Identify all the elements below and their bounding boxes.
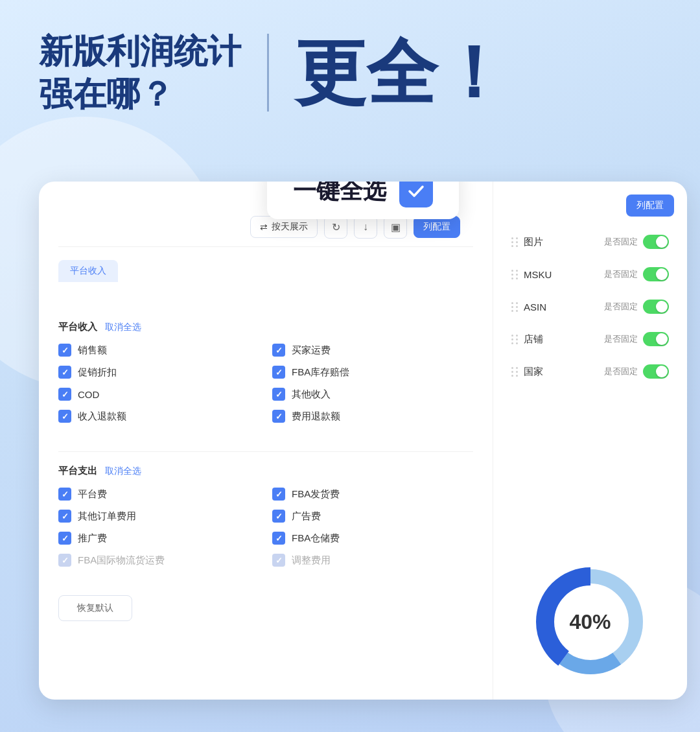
download-icon: ↓ [363, 221, 368, 233]
cb-other-income: ✓ 其他收入 [272, 388, 473, 401]
income-deselect-all[interactable]: 取消全选 [105, 322, 141, 333]
cb-platform-fee: ✓ 平台费 [58, 488, 259, 501]
check-icon: ✓ [62, 390, 69, 399]
cb-box-other-income[interactable]: ✓ [272, 388, 285, 401]
col-config-btn[interactable]: 列配置 [414, 216, 460, 238]
config-rows: 图片 是否固定 MSKU 是否固定 [506, 227, 674, 386]
check-icon: ✓ [62, 512, 69, 521]
cb-fee-refund: ✓ 费用退款额 [272, 410, 473, 423]
header-area: 新版利润统计 强在哪？ 更全！ [39, 31, 661, 115]
config-label-country: 国家 [524, 366, 599, 378]
cb-label-promo-fee: 推广费 [78, 532, 107, 545]
col-config-panel-btn[interactable]: 列配置 [626, 195, 674, 217]
config-label-asin: ASIN [524, 301, 599, 313]
toggle-picture[interactable] [643, 235, 669, 249]
drag-handle-msku[interactable] [511, 270, 519, 279]
cb-box-fee-refund[interactable]: ✓ [272, 410, 285, 423]
config-row-store: 店铺 是否固定 [506, 324, 674, 354]
expense-section: 平台支出 取消全选 ✓ 平台费 ✓ FBA发货费 ✓ [58, 465, 473, 567]
cb-box-other-order-fee[interactable]: ✓ [58, 510, 71, 523]
col-config-header: 列配置 [506, 195, 674, 217]
expense-section-header: 平台支出 取消全选 [58, 465, 473, 477]
cb-box-platform-fee[interactable]: ✓ [58, 488, 71, 501]
check-icon: ✓ [275, 346, 283, 355]
cb-label-cod: COD [78, 389, 99, 400]
layout-icon: ▣ [391, 221, 401, 233]
check-icon: ✓ [62, 346, 69, 355]
config-row-picture: 图片 是否固定 [506, 227, 674, 257]
check-icon: ✓ [275, 368, 283, 377]
cb-box-promo-fee[interactable]: ✓ [58, 532, 71, 545]
header-main-title: 更全！ [295, 37, 509, 108]
check-icon: ✓ [62, 490, 69, 499]
tab-platform-income[interactable]: 平台收入 [58, 260, 118, 282]
toggle-msku[interactable] [643, 267, 669, 281]
cb-box-income-refund[interactable]: ✓ [58, 410, 71, 423]
cb-box-ad-fee[interactable]: ✓ [272, 510, 285, 523]
income-checkbox-grid: ✓ 销售额 ✓ 买家运费 ✓ 促销折扣 ✓ FB [58, 344, 473, 423]
cb-box-fba-storage[interactable]: ✓ [272, 532, 285, 545]
cb-label-fba-ship: FBA发货费 [292, 488, 340, 501]
tab-row: 平台收入 [58, 260, 473, 282]
cb-label-buyer-shipping: 买家运费 [292, 344, 331, 357]
switch-icon: ⇄ [260, 222, 268, 232]
cb-fba-comp: ✓ FBA库存赔偿 [272, 366, 473, 379]
drag-handle-picture[interactable] [511, 237, 519, 247]
check-icon: ✓ [62, 412, 69, 421]
cb-box-fba-comp[interactable]: ✓ [272, 366, 285, 379]
toggle-country[interactable] [643, 364, 669, 379]
check-icon: ✓ [275, 412, 283, 421]
day-view-btn[interactable]: ⇄ 按天展示 [250, 216, 318, 238]
reset-btn-wrapper: 恢复默认 [58, 582, 473, 621]
select-all-text: 一键全选 [293, 182, 386, 207]
donut-percentage: 40% [569, 610, 611, 634]
cb-label-fee-refund: 费用退款额 [292, 410, 340, 423]
main-card: 一键全选 ⇄ 按天展示 ↻ ↓ ▣ [39, 182, 687, 700]
cb-label-fba-storage: FBA仓储费 [292, 532, 340, 545]
card-inner: ⇄ 按天展示 ↻ ↓ ▣ 列配置 平台收入 [39, 182, 687, 700]
cb-other-order-fee: ✓ 其他订单费用 [58, 510, 259, 523]
cb-box-promo-discount[interactable]: ✓ [58, 366, 71, 379]
cb-box-fba-ship[interactable]: ✓ [272, 488, 285, 501]
toggle-asin[interactable] [643, 300, 669, 314]
drag-handle-asin[interactable] [511, 302, 519, 312]
expense-checkbox-grid: ✓ 平台费 ✓ FBA发货费 ✓ 其他订单费用 ✓ [58, 488, 473, 567]
check-icon: ✓ [275, 534, 283, 543]
cb-adjust-fee: ✓ 调整费用 [272, 554, 473, 567]
config-row-asin: ASIN 是否固定 [506, 292, 674, 322]
select-all-banner: 一键全选 [267, 182, 459, 219]
cb-label-platform-fee: 平台费 [78, 488, 107, 501]
cb-fba-storage: ✓ FBA仓储费 [272, 532, 473, 545]
cb-box-sales[interactable]: ✓ [58, 344, 71, 357]
day-view-label: 按天展示 [272, 221, 308, 233]
expense-section-title: 平台支出 [58, 465, 97, 477]
cb-box-adjust-fee[interactable]: ✓ [272, 554, 285, 567]
header-subtitle-line2: 强在哪？ [39, 74, 241, 114]
cb-ad-fee: ✓ 广告费 [272, 510, 473, 523]
cb-promo-fee: ✓ 推广费 [58, 532, 259, 545]
check-icon: ✓ [62, 534, 69, 543]
cb-box-cod[interactable]: ✓ [58, 388, 71, 401]
config-label-msku: MSKU [524, 269, 599, 280]
cb-label-fba-comp: FBA库存赔偿 [292, 366, 349, 379]
cb-box-buyer-shipping[interactable]: ✓ [272, 344, 285, 357]
toggle-store[interactable] [643, 332, 669, 346]
cb-fba-intl-ship: ✓ FBA国际物流货运费 [58, 554, 259, 567]
config-fixed-label-country: 是否固定 [604, 366, 638, 377]
header-subtitle-line1: 新版利润统计 [39, 31, 241, 71]
config-fixed-label-store: 是否固定 [604, 333, 638, 345]
section-separator [58, 451, 473, 452]
refresh-icon: ↻ [332, 221, 340, 233]
check-icon: ✓ [275, 556, 283, 565]
expense-deselect-all[interactable]: 取消全选 [105, 466, 141, 477]
col-config-label: 列配置 [423, 221, 450, 233]
drag-handle-country[interactable] [511, 367, 519, 377]
cb-box-fba-intl-ship[interactable]: ✓ [58, 554, 71, 567]
header-divider [267, 34, 269, 112]
drag-handle-store[interactable] [511, 335, 519, 344]
select-all-checkbox[interactable] [399, 182, 433, 207]
check-icon: ✓ [62, 368, 69, 377]
income-section: 平台收入 取消全选 ✓ 销售额 ✓ 买家运费 [58, 321, 473, 423]
reset-button[interactable]: 恢复默认 [58, 595, 132, 621]
left-panel: ⇄ 按天展示 ↻ ↓ ▣ 列配置 平台收入 [39, 182, 493, 700]
